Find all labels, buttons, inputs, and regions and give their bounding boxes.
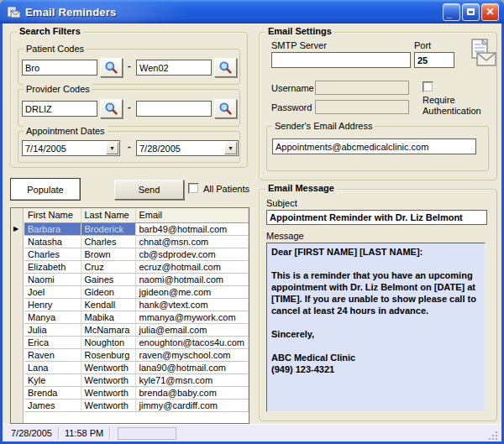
patient-code-from-search-button[interactable]: [100, 58, 123, 77]
grid-cell[interactable]: Wentworth: [81, 399, 135, 411]
message-textarea[interactable]: Dear [FIRST NAME] [LAST NAME]: This is a…: [266, 243, 486, 412]
require-auth-checkbox[interactable]: [423, 81, 433, 92]
grid-cell[interactable]: Raven: [24, 348, 81, 361]
patient-code-from-input[interactable]: [22, 60, 97, 76]
email-settings-title: Email Settings: [265, 26, 334, 36]
title-bar[interactable]: Email Reminders _ ✕: [0, 0, 504, 24]
grid-cell[interactable]: Gaines: [81, 273, 135, 285]
grid-cell[interactable]: Cruz: [81, 260, 135, 273]
grid-cell[interactable]: jimmy@cardiff.com: [135, 399, 249, 411]
grid-cell[interactable]: Gideon: [81, 285, 135, 298]
patients-grid[interactable]: ▶ First Name Last Name Email BarbaraBrod…: [10, 207, 249, 424]
minimize-button[interactable]: _: [443, 3, 460, 21]
table-row[interactable]: HenryKendallhank@vtext.com: [24, 298, 249, 311]
table-row[interactable]: ManyaMabikammanya@mywork.com: [24, 311, 249, 323]
grid-cell[interactable]: Henry: [24, 298, 81, 311]
grid-cell[interactable]: kyle71@msn.com: [135, 373, 249, 386]
grid-cell[interactable]: raven@myschool.com: [135, 348, 249, 361]
smtp-server-input[interactable]: [271, 52, 411, 68]
chevron-down-icon[interactable]: ▼: [224, 142, 237, 154]
table-row[interactable]: NaomiGainesnaomi@hotmail.com: [24, 273, 249, 285]
table-row[interactable]: RavenRosenburgraven@myschool.com: [24, 348, 249, 361]
grid-cell[interactable]: Elizabeth: [24, 260, 81, 273]
table-row[interactable]: JoelGideonjgideon@me.com: [24, 285, 249, 298]
grid-cell[interactable]: Julia: [24, 323, 81, 336]
all-patients-option[interactable]: All Patients: [188, 183, 249, 194]
provider-codes-group: Provider Codes -: [18, 89, 240, 127]
table-row[interactable]: BrendaWentworthbrenda@baby.com: [24, 386, 249, 399]
grid-cell[interactable]: julia@email.com: [135, 323, 249, 336]
grid-cell[interactable]: Noughton: [81, 336, 135, 348]
grid-cell[interactable]: naomi@hotmail.com: [135, 273, 249, 285]
grid-cell[interactable]: Wentworth: [81, 361, 135, 373]
date-to-value[interactable]: [136, 140, 239, 156]
subject-input[interactable]: [266, 210, 487, 225]
grid-cell[interactable]: cb@sdprodev.com: [135, 248, 249, 260]
smtp-server-label: SMTP Server: [271, 40, 327, 50]
grid-cell[interactable]: Brenda: [24, 386, 81, 399]
send-button[interactable]: Send: [114, 180, 184, 200]
populate-button[interactable]: Populate: [10, 178, 81, 201]
grid-cell[interactable]: Lana: [24, 361, 81, 373]
grid-cell[interactable]: McNamara: [81, 323, 135, 336]
provider-code-from-search-button[interactable]: [100, 99, 123, 118]
grid-cell[interactable]: hank@vtext.com: [135, 298, 249, 311]
grid-cell[interactable]: Erica: [24, 336, 81, 348]
port-label: Port: [414, 40, 431, 50]
grid-cell[interactable]: Broderick: [81, 222, 135, 235]
grid-cell[interactable]: Kendall: [81, 298, 135, 311]
table-row[interactable]: LanaWentworthlana90@hotmail.com: [24, 361, 249, 373]
close-button[interactable]: ✕: [481, 3, 499, 21]
grid-cell[interactable]: enoughton@tacos4u.com: [135, 336, 249, 348]
window-title: Email Reminders: [25, 6, 443, 18]
grid-cell[interactable]: ecruz@hotmail.com: [135, 260, 249, 273]
grid-cell[interactable]: Mabika: [81, 311, 135, 323]
table-row[interactable]: JamesWentworthjimmy@cardiff.com: [24, 399, 249, 411]
column-header-last-name[interactable]: Last Name: [81, 208, 135, 222]
grid-cell[interactable]: Kyle: [24, 373, 81, 386]
grid-cell[interactable]: Charles: [81, 235, 135, 248]
grid-cell[interactable]: Barbara: [24, 222, 81, 235]
grid-cell[interactable]: brenda@baby.com: [135, 386, 249, 399]
grid-cell[interactable]: Wentworth: [81, 373, 135, 386]
table-row[interactable]: KyleWentworthkyle71@msn.com: [24, 373, 249, 386]
provider-code-from-input[interactable]: [22, 101, 97, 117]
grid-cell[interactable]: Natasha: [24, 235, 81, 248]
table-row[interactable]: ElizabethCruzecruz@hotmail.com: [24, 260, 249, 273]
all-patients-checkbox[interactable]: [188, 183, 199, 194]
provider-code-to-search-button[interactable]: [214, 99, 237, 118]
grid-cell[interactable]: Naomi: [24, 273, 81, 285]
resize-grip[interactable]: [488, 431, 499, 441]
table-row[interactable]: BarbaraBroderickbarb49@hotmail.com: [24, 222, 249, 235]
patient-code-to-search-button[interactable]: [214, 58, 237, 77]
grid-cell[interactable]: Brown: [81, 248, 135, 260]
grid-cell[interactable]: Joel: [24, 285, 81, 298]
provider-code-to-input[interactable]: [136, 101, 212, 117]
table-row[interactable]: NatashaCharleschnat@msn.com: [24, 235, 249, 248]
table-row[interactable]: CharlesBrowncb@sdprodev.com: [24, 248, 249, 260]
grid-cell[interactable]: Wentworth: [81, 386, 135, 399]
grid-cell[interactable]: lana90@hotmail.com: [135, 361, 249, 373]
table-row[interactable]: EricaNoughtonenoughton@tacos4u.com: [24, 336, 249, 348]
grid-cell[interactable]: chnat@msn.com: [135, 235, 249, 248]
column-header-first-name[interactable]: First Name: [24, 208, 81, 222]
grid-cell[interactable]: barb49@hotmail.com: [135, 222, 249, 235]
username-input[interactable]: [315, 81, 409, 95]
table-row[interactable]: JuliaMcNamarajulia@email.com: [24, 323, 249, 336]
chevron-down-icon[interactable]: ▼: [106, 142, 118, 154]
grid-cell[interactable]: Charles: [24, 248, 81, 260]
grid-cell[interactable]: jgideon@me.com: [135, 285, 249, 298]
grid-cell[interactable]: mmanya@mywork.com: [135, 311, 249, 323]
date-from-combo[interactable]: ▼: [22, 140, 120, 156]
patient-code-to-input[interactable]: [136, 60, 212, 76]
maximize-button[interactable]: [462, 3, 480, 21]
port-input[interactable]: [414, 52, 454, 68]
sender-email-input[interactable]: [272, 138, 476, 154]
grid-cell[interactable]: Manya: [24, 311, 81, 323]
grid-cell[interactable]: Rosenburg: [81, 348, 135, 361]
column-header-email[interactable]: Email: [135, 208, 249, 222]
grid-cell[interactable]: James: [24, 399, 81, 411]
send-mail-icon[interactable]: [465, 39, 497, 69]
date-to-combo[interactable]: ▼: [136, 140, 239, 156]
password-input[interactable]: [315, 100, 409, 114]
